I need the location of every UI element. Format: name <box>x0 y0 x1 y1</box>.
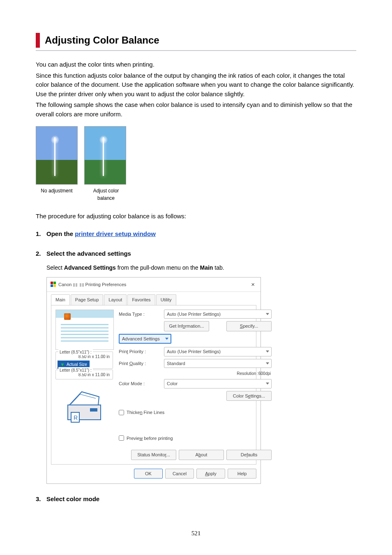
apply-button[interactable]: Apply <box>196 469 225 479</box>
ok-button[interactable]: OK <box>134 469 163 479</box>
page-preview-thumbnail <box>55 310 114 350</box>
preview-before-printing-label: Preview before printing <box>127 435 173 442</box>
color-settings-button[interactable]: Color Settings... <box>226 391 272 401</box>
color-mode-select[interactable]: Color <box>164 379 272 388</box>
paper-size-box-2: Letter (8.5"x11") : 8.50 in x 11.00 in <box>55 370 113 379</box>
print-quality-select[interactable]: Standard <box>164 359 272 368</box>
tab-layout[interactable]: Layout <box>104 294 127 305</box>
tab-page-setup[interactable]: Page Setup <box>71 294 104 305</box>
color-mode-label: Color Mode : <box>119 380 161 387</box>
tab-main[interactable]: Main <box>51 294 70 305</box>
step2-desc-post: tab. <box>213 264 224 271</box>
media-type-select[interactable]: Auto (Use Printer Settings) <box>164 310 272 319</box>
page-title: Adjusting Color Balance <box>45 33 356 48</box>
step2-desc: Select Advanced Settings from the pull-d… <box>46 264 224 271</box>
step3-title: Select color mode <box>46 495 99 504</box>
help-button[interactable]: Help <box>228 469 256 479</box>
printer-driver-setup-link[interactable]: printer driver setup window <box>75 230 156 237</box>
media-type-label: Media Type : <box>119 311 161 318</box>
thicken-fine-lines-checkbox[interactable] <box>119 410 124 415</box>
size2-label: Letter (8.5"x11") : <box>58 367 93 373</box>
dialog-title-suffix: Printing Preferences <box>84 282 127 287</box>
intro-p2: Since this function adjusts color balanc… <box>36 71 356 99</box>
page-number: 521 <box>36 529 356 538</box>
print-quality-label: Print Quality : <box>119 360 161 367</box>
step1-number: 1. <box>36 229 46 239</box>
about-button[interactable]: About <box>179 450 224 460</box>
printer-illustration: R <box>55 381 113 430</box>
specify-button[interactable]: Specify... <box>226 321 272 331</box>
paper-size-box-1: Letter (8.5"x11") : 8.50 in x 11.00 in ▼… <box>55 352 113 369</box>
step1-prefix: Open the <box>46 230 75 237</box>
svg-text:R: R <box>74 414 78 421</box>
thicken-fine-lines-label: Thicken Fine Lines <box>127 409 164 416</box>
step2-number: 2. <box>36 249 46 259</box>
caption-no-adjust: No adjustment <box>36 187 78 202</box>
step2-desc-b1: Advanced Settings <box>64 264 116 271</box>
svg-rect-4 <box>90 408 97 412</box>
step3-number: 3. <box>36 495 46 504</box>
step2-desc-b2: Main <box>200 264 213 271</box>
mode-pulldown-advanced-settings[interactable]: Advanced Settings <box>119 334 171 344</box>
sample-image-no-adjust <box>36 126 78 185</box>
dialog-title-prefix: Canon <box>58 282 73 287</box>
close-button[interactable]: × <box>249 280 257 289</box>
get-information-button[interactable]: Get Information... <box>164 321 209 331</box>
dialog-title-model: ▮▮ ▮▮ <box>73 282 84 287</box>
step2-title: Select the advanced settings <box>46 249 131 259</box>
tab-utility[interactable]: Utility <box>156 294 176 305</box>
step1-title: Open the printer driver setup window <box>46 229 156 239</box>
canon-logo-icon <box>50 282 56 287</box>
status-monitor-button[interactable]: Status Monitor... <box>131 450 176 460</box>
tab-favorites[interactable]: Favorites <box>127 294 155 305</box>
print-priority-label: Print Priority : <box>119 348 161 355</box>
printing-preferences-dialog: Canon ▮▮ ▮▮ Printing Preferences × Main … <box>46 277 261 484</box>
print-priority-select[interactable]: Auto (Use Printer Settings) <box>164 347 272 356</box>
caption-adjust: Adjust color balance <box>85 187 127 202</box>
cancel-button[interactable]: Cancel <box>165 469 194 479</box>
sample-image-adjusted <box>84 126 126 185</box>
step2-desc-pre: Select <box>46 264 64 271</box>
procedure-intro: The procedure for adjusting color balanc… <box>36 212 356 221</box>
size1-label: Letter (8.5"x11") : <box>58 349 93 355</box>
dialog-title: Canon ▮▮ ▮▮ Printing Preferences <box>58 281 126 288</box>
step2-desc-mid: from the pull-down menu on the <box>116 264 200 271</box>
intro-p3: The following sample shows the case when… <box>36 100 356 119</box>
intro-text: You can adjust the color tints when prin… <box>36 60 356 119</box>
preview-before-printing-checkbox[interactable] <box>119 435 124 441</box>
defaults-button[interactable]: Defaults <box>226 450 272 460</box>
resolution-text: Resolution :600dpi <box>119 370 272 377</box>
intro-p1: You can adjust the color tints when prin… <box>36 60 356 69</box>
svg-marker-1 <box>69 392 99 405</box>
